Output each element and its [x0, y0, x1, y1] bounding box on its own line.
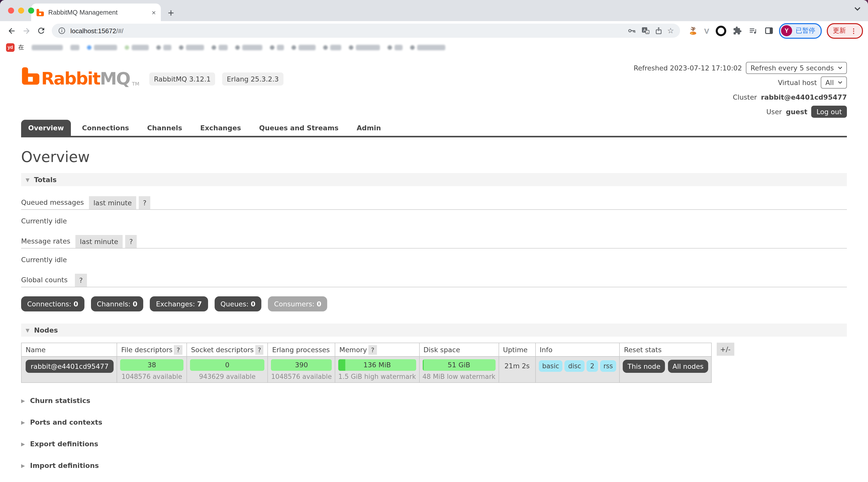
- nodes-table: NameFile descriptors?Socket descriptors?…: [21, 343, 712, 383]
- version-badge: RabbitMQ 3.12.1: [149, 73, 215, 86]
- expand-triangle-icon: ▶: [21, 463, 25, 468]
- help-badge[interactable]: ?: [125, 235, 137, 248]
- extension-playlist-icon[interactable]: [748, 26, 758, 35]
- nav-tab[interactable]: Channels: [140, 120, 189, 136]
- redacted-bookmark[interactable]: [235, 45, 262, 50]
- message-rates-label: Message rates: [21, 237, 70, 248]
- side-panel-icon[interactable]: [765, 26, 774, 35]
- help-badge[interactable]: ?: [174, 345, 182, 355]
- site-info-icon[interactable]: [58, 27, 66, 35]
- columns-plusminus-button[interactable]: +/-: [717, 343, 734, 356]
- redacted-bookmark[interactable]: [179, 45, 204, 50]
- extension-vue-icon[interactable]: V: [704, 26, 709, 35]
- youdao-bookmark-icon[interactable]: yd: [6, 43, 14, 52]
- refresh-interval-select[interactable]: Refresh every 5 seconds: [746, 62, 847, 74]
- redacted-bookmark[interactable]: [270, 45, 284, 50]
- reset-stats-button[interactable]: This node: [623, 360, 665, 373]
- address-bar[interactable]: localhost:15672/#/ A a ☆: [52, 24, 680, 38]
- nav-tab[interactable]: Overview: [21, 120, 71, 136]
- nav-tab[interactable]: Connections: [75, 120, 136, 136]
- bookmark-label[interactable]: 在: [18, 43, 24, 52]
- nav-tab[interactable]: Exchanges: [193, 120, 248, 136]
- help-badge[interactable]: ?: [75, 274, 87, 287]
- chrome-update-button[interactable]: 更新 ⋮: [827, 23, 863, 38]
- nav-tab[interactable]: Admin: [349, 120, 388, 136]
- redacted-bookmark[interactable]: [87, 45, 117, 50]
- redacted-bookmark[interactable]: [70, 45, 80, 50]
- queued-range-chip[interactable]: last minute: [89, 196, 136, 209]
- tab-close-icon[interactable]: ×: [152, 9, 156, 16]
- profile-chip[interactable]: Y 已暂停: [779, 23, 822, 38]
- redacted-bookmark[interactable]: [32, 45, 63, 50]
- reset-stats-buttons: This nodeAll nodes: [623, 359, 708, 373]
- menu-kebab-icon[interactable]: ⋮: [850, 27, 857, 34]
- global-counts-row: Global counts ?: [21, 274, 847, 287]
- nodes-section-header[interactable]: ▼ Nodes: [21, 323, 847, 337]
- redacted-bookmark[interactable]: [125, 45, 149, 50]
- rabbitmq-page: RabbitMQ TM RabbitMQ 3.12.1Erlang 25.3.2…: [0, 54, 868, 482]
- collapsed-section[interactable]: ▶ Ports and contexts: [21, 418, 847, 426]
- user-name: guest: [786, 107, 807, 115]
- node-name-badge[interactable]: rabbit@e4401cd95477: [26, 360, 114, 373]
- bookmark-star-icon[interactable]: ☆: [667, 26, 674, 35]
- global-count-button[interactable]: Consumers: 0: [268, 296, 328, 311]
- reload-button[interactable]: [34, 24, 48, 37]
- extensions-puzzle-icon[interactable]: [733, 26, 742, 35]
- global-count-button[interactable]: Exchanges: 7: [150, 296, 208, 311]
- global-count-button[interactable]: Channels: 0: [91, 296, 143, 311]
- redacted-bookmark[interactable]: [156, 45, 172, 50]
- rabbitmq-logo[interactable]: RabbitMQ TM: [21, 65, 139, 87]
- column-header: Name: [21, 343, 117, 357]
- info-badge[interactable]: rss: [600, 360, 616, 372]
- profile-paused-label: 已暂停: [796, 26, 815, 35]
- redacted-bookmark[interactable]: [212, 45, 228, 50]
- tab-search-chevron-icon[interactable]: [854, 6, 861, 11]
- column-header: Erlang processes: [268, 343, 335, 357]
- totals-section-header[interactable]: ▼ Totals: [21, 173, 847, 186]
- extension-ring-icon[interactable]: [716, 25, 726, 36]
- vhost-select[interactable]: All: [821, 76, 847, 88]
- forward-button[interactable]: [20, 24, 33, 37]
- share-icon[interactable]: [654, 26, 663, 35]
- extension-tree-icon[interactable]: [688, 26, 698, 35]
- minimize-window-button[interactable]: [18, 7, 24, 13]
- collapsed-sections: ▶ Churn statistics ▶ Ports and contexts …: [21, 396, 847, 470]
- redacted-bookmark[interactable]: [388, 45, 403, 50]
- help-badge[interactable]: ?: [368, 345, 377, 355]
- info-badge[interactable]: basic: [538, 360, 563, 372]
- file-descriptors-bar: 38: [120, 359, 183, 371]
- global-counts-label: Global counts: [21, 276, 68, 287]
- redacted-bookmark[interactable]: [323, 45, 341, 50]
- translate-icon[interactable]: A a: [641, 26, 650, 35]
- node-row: rabbit@e4401cd95477 38 1048576 available…: [21, 357, 711, 382]
- url-text[interactable]: localhost:15672/#/: [70, 27, 123, 34]
- logout-button[interactable]: Log out: [811, 106, 847, 117]
- help-badge[interactable]: ?: [255, 345, 264, 355]
- erlang-processes-sub: 1048576 available: [271, 373, 332, 380]
- queued-idle-status: Currently idle: [21, 217, 847, 225]
- redacted-bookmark[interactable]: [291, 45, 316, 50]
- extensions-cluster: V: [688, 25, 774, 36]
- collapsed-section[interactable]: ▶ Import definitions: [21, 461, 847, 470]
- collapsed-section[interactable]: ▶ Export definitions: [21, 440, 847, 448]
- global-count-button[interactable]: Queues: 0: [214, 296, 261, 311]
- new-tab-button[interactable]: +: [168, 7, 174, 18]
- info-badge[interactable]: 2: [587, 360, 598, 372]
- zoom-window-button[interactable]: [28, 7, 34, 13]
- browser-tab[interactable]: RabbitMQ Management ×: [31, 3, 161, 21]
- browser-toolbar: localhost:15672/#/ A a ☆: [0, 21, 868, 40]
- password-key-icon[interactable]: [627, 26, 636, 35]
- collapsed-section[interactable]: ▶ Churn statistics: [21, 396, 847, 404]
- rates-range-chip[interactable]: last minute: [75, 235, 123, 248]
- back-button[interactable]: [5, 24, 19, 37]
- global-count-button[interactable]: Connections: 0: [21, 296, 84, 311]
- nav-tab[interactable]: Queues and Streams: [252, 120, 345, 136]
- close-window-button[interactable]: [8, 7, 14, 13]
- redacted-bookmark[interactable]: [410, 45, 445, 50]
- cluster-label: Cluster: [733, 93, 757, 101]
- help-badge[interactable]: ?: [139, 196, 150, 209]
- redacted-bookmark[interactable]: [349, 45, 380, 50]
- reset-stats-button[interactable]: All nodes: [668, 360, 708, 373]
- bookmarks-bar: yd 在: [0, 40, 868, 54]
- info-badge[interactable]: disc: [565, 360, 585, 372]
